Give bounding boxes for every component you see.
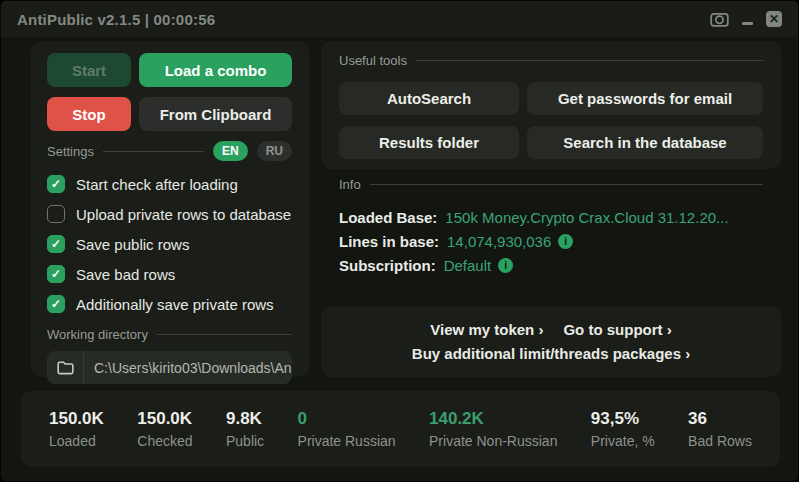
checkbox-label: Upload private rows to database [76,206,291,223]
stat-loaded: 150.0K Loaded [49,409,104,449]
search-in-database-button[interactable]: Search in the database [527,126,763,159]
divider [370,184,763,185]
stat-private-non-russian: 140.2K Private Non-Russian [429,409,557,449]
check-icon: ✓ [51,268,61,280]
titlebar: AntiPublic v2.1.5 | 00:00:56 ✕ [1,1,798,37]
useful-tools-header: Useful tools [339,53,763,68]
stat-value: 140.2K [429,409,557,429]
stat-private-russian: 0 Private Russian [298,409,396,449]
stat-label: Private Russian [298,433,396,449]
stat-label: Bad Rows [688,433,752,449]
lines-in-base-value: 14,074,930,036 [447,233,551,250]
useful-tools-label: Useful tools [339,53,407,68]
autosearch-button[interactable]: AutoSearch [339,82,519,115]
from-clipboard-button[interactable]: From Clipboard [139,97,292,131]
settings-label: Settings [47,144,94,159]
checkbox-additionally-save-private-rows[interactable]: ✓ Additionally save private rows [47,289,292,319]
info-icon[interactable]: i [498,258,513,273]
stat-value: 93,5% [591,409,655,429]
checkbox-box[interactable]: ✓ [47,265,65,283]
control-panel: Start Load a combo Stop From Clipboard S… [31,41,309,377]
checkbox-label: Start check after loading [76,176,238,193]
camera-icon[interactable] [710,11,729,27]
settings-checkbox-list: ✓ Start check after loading ✓ Upload pri… [47,169,292,319]
links-line-2: Buy additional limit/threads packages › [412,345,690,362]
divider [157,334,292,335]
stat-label: Private, % [591,433,655,449]
close-icon[interactable]: ✕ [766,11,782,27]
stat-checked: 150.0K Checked [137,409,192,449]
window-title: AntiPublic v2.1.5 | 00:00:56 [17,11,215,28]
stat-label: Checked [137,433,192,449]
checkbox-start-check-after-loading[interactable]: ✓ Start check after loading [47,169,292,199]
info-icon[interactable]: i [558,234,573,249]
stat-private-percent: 93,5% Private, % [591,409,655,449]
stat-label: Loaded [49,433,104,449]
check-icon: ✓ [51,298,61,310]
stat-value: 150.0K [49,409,104,429]
stats-bar: 150.0K Loaded 150.0K Checked 9.8K Public… [21,391,780,467]
links-line-1: View my token › Go to support › [430,321,671,338]
divider [416,60,763,61]
get-passwords-for-email-button[interactable]: Get passwords for email [527,82,763,115]
subscription-key: Subscription: [339,257,436,274]
check-icon: ✓ [51,238,61,250]
working-directory-header: Working directory [47,327,292,342]
stat-label: Public [226,433,264,449]
checkbox-label: Save bad rows [76,266,175,283]
links-panel: View my token › Go to support › Buy addi… [321,306,781,377]
minimize-icon[interactable] [742,22,753,27]
working-directory-input[interactable]: C:\Users\kirito03\Downloads\An... [47,351,292,384]
stat-value: 36 [688,409,752,429]
stat-value: 9.8K [226,409,264,429]
info-section: Info Loaded Base: 150k Money.Crypto Crax… [321,177,781,277]
info-label: Info [339,177,361,192]
stat-public: 9.8K Public [226,409,264,449]
checkbox-box[interactable]: ✓ [47,175,65,193]
stat-value: 150.0K [137,409,192,429]
checkbox-label: Additionally save private rows [76,296,274,313]
divider [103,151,204,152]
go-to-support-link[interactable]: Go to support › [563,321,671,338]
stop-button[interactable]: Stop [47,97,131,131]
lines-in-base-row: Lines in base: 14,074,930,036 i [339,229,763,253]
checkbox-upload-private-rows[interactable]: ✓ Upload private rows to database [47,199,292,229]
stat-bad-rows: 36 Bad Rows [688,409,752,449]
useful-tools-grid: AutoSearch Get passwords for email Resul… [339,82,763,159]
folder-icon[interactable] [47,351,84,384]
subscription-value: Default [444,257,492,274]
checkbox-save-bad-rows[interactable]: ✓ Save bad rows [47,259,292,289]
checkbox-box[interactable]: ✓ [47,205,65,223]
useful-tools-panel: Useful tools AutoSearch Get passwords fo… [321,41,781,169]
app-window: AntiPublic v2.1.5 | 00:00:56 ✕ Start Loa… [0,0,799,482]
view-my-token-link[interactable]: View my token › [430,321,543,338]
language-en-toggle[interactable]: EN [213,141,248,161]
loaded-base-value: 150k Money.Crypto Crax.Cloud 31.12.20... [445,209,728,226]
info-rows: Loaded Base: 150k Money.Crypto Crax.Clou… [339,205,763,277]
lines-in-base-key: Lines in base: [339,233,439,250]
working-directory-path: C:\Users\kirito03\Downloads\An... [84,360,292,376]
checkbox-label: Save public rows [76,236,189,253]
settings-header: Settings EN RU [47,141,292,161]
checkbox-box[interactable]: ✓ [47,235,65,253]
loaded-base-row: Loaded Base: 150k Money.Crypto Crax.Clou… [339,205,763,229]
subscription-row: Subscription: Default i [339,253,763,277]
checkbox-save-public-rows[interactable]: ✓ Save public rows [47,229,292,259]
start-button[interactable]: Start [47,53,131,87]
checkbox-box[interactable]: ✓ [47,295,65,313]
check-icon: ✓ [51,178,61,190]
working-directory-label: Working directory [47,327,148,342]
info-header: Info [339,177,763,192]
titlebar-controls: ✕ [710,11,782,27]
buy-packages-link[interactable]: Buy additional limit/threads packages › [412,345,690,362]
language-ru-toggle[interactable]: RU [257,141,292,161]
stat-value: 0 [298,409,396,429]
load-combo-button[interactable]: Load a combo [139,53,292,87]
loaded-base-key: Loaded Base: [339,209,437,226]
results-folder-button[interactable]: Results folder [339,126,519,159]
stat-label: Private Non-Russian [429,433,557,449]
